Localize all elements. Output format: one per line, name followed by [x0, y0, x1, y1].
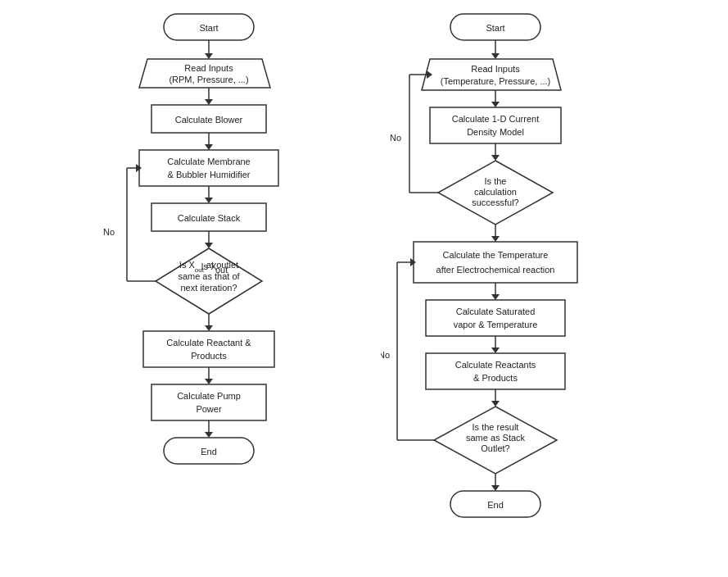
diamond-result-text2: same as Stack	[465, 433, 525, 443]
svg-rect-52	[426, 300, 565, 336]
diamond-result-text3: Outlet?	[481, 443, 509, 453]
no-label-left: No	[102, 227, 114, 237]
svg-marker-38	[491, 102, 500, 107]
calc-temp-sub: after Electrochemical reaction	[436, 265, 554, 275]
svg-marker-21	[205, 325, 213, 331]
svg-text:next iteration?: next iteration?	[180, 283, 237, 293]
svg-text:same as that of: same as that of	[178, 271, 240, 281]
svg-marker-14	[205, 243, 213, 248]
right-flowchart-svg: Start Read Inputs (Temperature, Pressure…	[381, 6, 626, 571]
svg-rect-22	[143, 331, 274, 367]
read-inputs-sub: (RPM, Pressure, ...)	[169, 75, 248, 84]
calc-reactants-label: Calculate Reactants	[454, 360, 536, 370]
calc-saturated-sub: vapor & Temperature	[453, 320, 537, 329]
svg-marker-54	[491, 348, 500, 353]
left-flowchart-svg: Start Read Inputs (RPM, Pressure, ...) C…	[102, 6, 332, 571]
calc-reactant-sub: Products	[191, 351, 227, 361]
end-label-right: End	[487, 500, 504, 510]
calc-temp-label: Calculate the Temperature	[442, 250, 548, 260]
calc-pump-sub: Power	[196, 404, 222, 414]
svg-marker-41	[491, 155, 500, 161]
right-flowchart: Start Read Inputs (Temperature, Pressure…	[381, 6, 626, 571]
svg-marker-11	[205, 198, 213, 203]
svg-rect-55	[426, 353, 565, 389]
end-label-left: End	[201, 447, 217, 457]
calc-stack-label: Calculate Stack	[177, 213, 240, 223]
start-label: Start	[199, 23, 218, 33]
calc-1d-label: Calculate 1-D Current	[451, 114, 538, 124]
read-inputs-right-sub: (Temperature, Pressure, ...)	[440, 76, 550, 86]
svg-marker-35	[491, 53, 500, 59]
svg-marker-5	[205, 99, 213, 105]
calc-reactant-label: Calculate Reactant &	[166, 338, 251, 348]
svg-marker-57	[491, 401, 500, 407]
left-flowchart: Start Read Inputs (RPM, Pressure, ...) C…	[102, 6, 332, 571]
calc-blower-label: Calculate Blower	[174, 115, 242, 125]
calc-membrane-sub: & Bubbler Humidifier	[167, 170, 250, 179]
svg-rect-49	[414, 242, 577, 283]
diamond-calc-text1: Is the	[484, 176, 506, 186]
calc-pump-label: Calculate Pump	[177, 391, 241, 401]
calc-membrane-label: Calculate Membrane	[167, 157, 251, 166]
diamond-calc-text3: successful?	[472, 198, 518, 207]
calc-reactants-sub: & Products	[473, 373, 518, 383]
diamond-result-text1: Is the result	[472, 422, 518, 432]
svg-rect-25	[151, 384, 266, 420]
svg-rect-9	[139, 150, 278, 186]
no-label-right-1: No	[389, 133, 400, 143]
svg-marker-64	[491, 485, 500, 491]
svg-marker-24	[205, 379, 213, 384]
calc-1d-sub: Density Model	[467, 127, 524, 137]
svg-rect-39	[430, 107, 561, 143]
svg-marker-48	[491, 236, 500, 242]
svg-marker-51	[491, 294, 500, 300]
svg-marker-2	[205, 53, 213, 59]
calc-saturated-label: Calculate Saturated	[455, 307, 535, 316]
diamond-calc-text2: calculation	[474, 187, 517, 197]
read-inputs-right: Read Inputs	[471, 64, 520, 74]
no-label-right-2: No	[381, 350, 390, 360]
svg-marker-27	[205, 432, 213, 438]
svg-marker-8	[205, 144, 213, 150]
start-label-right: Start	[486, 23, 504, 33]
svg-marker-15	[156, 248, 262, 314]
read-inputs-label: Read Inputs	[184, 63, 233, 73]
